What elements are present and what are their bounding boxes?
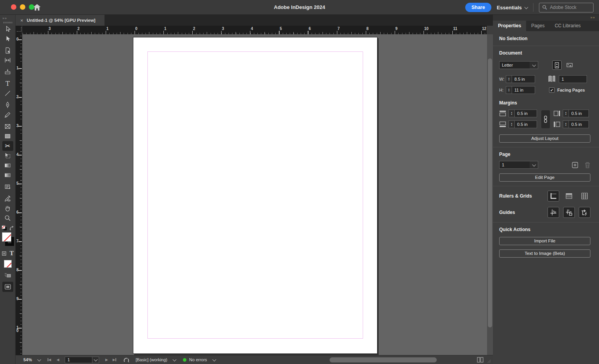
ruler-row: 3210123456789101112 [16,26,493,34]
formatting-affects-text-icon[interactable]: T [10,250,14,256]
page-dropdown-icon[interactable] [92,357,99,363]
search-input[interactable] [550,5,586,10]
fill-swatch-none[interactable] [2,232,11,242]
margin-outside-icon [553,121,560,127]
smart-guides-icon[interactable] [579,207,590,218]
ruler-origin-corner[interactable] [16,26,22,34]
last-page-button[interactable]: ▶ [113,358,116,362]
margin-top-field[interactable] [514,110,537,117]
selection-tool[interactable] [2,24,13,34]
preflight-profile[interactable]: [Basic] (working) [136,357,167,362]
margins-section-label: Margins [499,100,590,106]
width-stepper[interactable]: ▴▾ [506,75,512,83]
vertical-scrollbar-thumb[interactable] [488,58,492,327]
notes-tool[interactable] [2,182,13,192]
split-layout-icon[interactable] [477,357,484,363]
gradient-swatch-tool[interactable] [2,161,13,170]
view-options-icon[interactable] [4,272,11,278]
rectangle-tool[interactable] [2,131,13,141]
tab-pages[interactable]: Pages [526,21,549,31]
edit-page-button[interactable]: Edit Page [499,173,590,182]
tab-properties[interactable]: Properties [493,21,526,31]
gap-tool[interactable] [2,55,13,65]
height-stepper[interactable]: ▴▾ [506,86,512,94]
margin-inside-stepper[interactable]: ▴▾ [563,110,569,117]
orientation-landscape-button[interactable] [565,60,574,70]
document-grid-icon[interactable] [579,191,590,201]
pages-count-field[interactable] [559,75,587,83]
formatting-affects-container-icon[interactable] [2,251,7,256]
facing-pages-checkbox[interactable]: ✓ [549,87,555,93]
divider [533,3,533,12]
show-rulers-icon[interactable] [548,191,559,201]
type-tool[interactable]: T [2,79,13,88]
vertical-ruler[interactable]: 012345678910 [16,34,22,355]
margin-top-stepper[interactable]: ▴▾ [509,110,514,117]
facing-pages-label: Facing Pages [557,88,585,92]
adjust-layout-button[interactable]: Adjust Layout [499,134,590,143]
panel-header-strip: »» [493,15,599,21]
pencil-tool[interactable] [2,110,13,120]
first-page-button[interactable]: ◀ [48,358,51,362]
swap-fill-stroke-icon[interactable] [9,226,14,231]
toolbar-grip[interactable] [4,22,12,23]
content-collector-tool[interactable] [2,67,13,77]
import-file-button[interactable]: Import File [499,237,590,245]
margin-inside-field[interactable] [569,110,589,117]
margin-outside-stepper[interactable]: ▴▾ [563,120,569,128]
direct-selection-tool[interactable] [2,34,13,44]
document-tab[interactable]: × Untitled-1 @ 54% [GPU Preview] [16,15,105,26]
toolbar-expand-icon[interactable]: »» [0,15,15,20]
frame-tool[interactable] [2,122,13,131]
baseline-grid-icon[interactable] [563,191,575,201]
horizontal-scrollbar-thumb[interactable] [330,357,437,362]
preflight-status[interactable]: No errors [189,357,207,362]
zoom-level[interactable]: 54% [23,357,32,362]
apply-none-swatch[interactable] [4,260,12,268]
adobe-stock-search[interactable] [539,3,594,12]
canvas-pasteboard[interactable]: 012345678910 [16,34,493,355]
resize-grip[interactable] [487,359,491,363]
tab-cc-libraries[interactable]: CC Libraries [549,21,586,31]
page-tool[interactable] [2,46,13,55]
preflight-icon[interactable] [123,357,129,363]
errors-dropdown-icon[interactable] [213,358,216,361]
hand-tool[interactable] [2,203,13,213]
width-label: W: [499,77,506,81]
close-tab-icon[interactable]: × [20,18,23,23]
zoom-dropdown-icon[interactable] [37,358,41,361]
add-page-icon[interactable] [572,162,578,168]
panel-collapse-icon[interactable]: »» [590,16,595,19]
pen-tool[interactable] [2,100,13,110]
page-number-field[interactable] [65,357,92,363]
vertical-scrollbar-track[interactable] [487,34,493,355]
width-field[interactable] [512,75,535,83]
previous-page-button[interactable]: ◀ [57,358,59,362]
show-guides-icon[interactable] [548,207,559,218]
eyedropper-tool[interactable] [2,194,13,203]
gradient-feather-tool[interactable] [2,170,13,180]
next-page-button[interactable]: ▶ [105,358,108,362]
line-tool[interactable] [2,88,13,98]
preflight-dropdown-icon[interactable] [173,358,176,361]
free-transform-tool[interactable] [2,151,13,161]
horizontal-ruler[interactable]: 3210123456789101112 [22,26,487,34]
workspace-switcher[interactable]: Essentials [497,5,528,11]
share-button[interactable]: Share [465,3,491,12]
current-page-select[interactable]: 1 [499,161,538,169]
scissors-tool[interactable]: ✂ [2,141,13,151]
default-fill-stroke-icon[interactable] [2,225,7,231]
lock-guides-icon[interactable] [563,207,575,218]
link-margins-icon[interactable] [541,110,550,128]
page-size-preset-select[interactable]: Letter [499,61,538,69]
delete-page-icon[interactable] [585,162,590,168]
document-page[interactable] [133,37,377,354]
text-to-image-button[interactable]: Text to Image (Beta) [499,249,590,258]
orientation-portrait-button[interactable] [552,60,562,70]
height-field[interactable] [512,86,535,94]
zoom-tool[interactable] [2,213,13,223]
screen-mode-button[interactable] [2,282,13,292]
margin-bottom-field[interactable] [514,120,537,128]
margin-outside-field[interactable] [569,120,589,128]
margin-bottom-stepper[interactable]: ▴▾ [509,120,514,128]
